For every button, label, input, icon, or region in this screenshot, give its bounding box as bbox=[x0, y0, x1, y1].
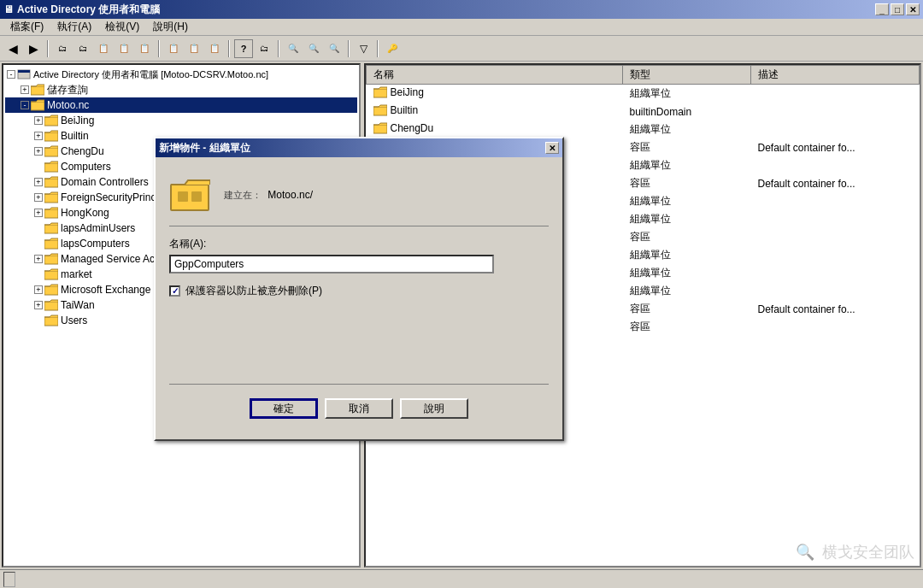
expand-store[interactable]: + bbox=[21, 85, 29, 94]
tree-item-motoo[interactable]: - Motoo.nc bbox=[5, 97, 357, 113]
cell-name: ChengDu bbox=[367, 121, 623, 138]
svg-rect-5 bbox=[44, 132, 58, 141]
dialog-help-button[interactable]: 說明 bbox=[400, 398, 468, 419]
expand-msexchange[interactable]: + bbox=[34, 285, 43, 294]
expand-dc[interactable]: + bbox=[34, 178, 43, 186]
maximize-button[interactable]: □ bbox=[891, 3, 904, 15]
table-row[interactable]: BuiltinbuiltinDomain bbox=[367, 103, 920, 121]
cell-desc bbox=[751, 210, 920, 228]
toolbar-sep-3 bbox=[228, 40, 230, 57]
protect-checkbox-label[interactable]: 保護容器以防止被意外刪除(P) bbox=[185, 284, 322, 298]
col-name[interactable]: 名稱 bbox=[367, 66, 623, 85]
tree-label-beijing: BeiJing bbox=[61, 115, 94, 126]
cell-type: 組織單位 bbox=[623, 264, 751, 282]
svg-rect-8 bbox=[44, 179, 58, 187]
dialog-cancel-button[interactable]: 取消 bbox=[325, 398, 393, 419]
cell-desc bbox=[751, 264, 920, 282]
expand-root[interactable]: - bbox=[7, 70, 15, 79]
key-button[interactable]: 🔑 bbox=[383, 39, 402, 58]
svg-rect-4 bbox=[44, 117, 58, 126]
tree-label-builtin: Builtin bbox=[61, 130, 89, 142]
menu-file[interactable]: 檔案(F) bbox=[3, 18, 50, 36]
help-toolbar-btn[interactable]: ? bbox=[234, 39, 253, 58]
tree-item-root[interactable]: - Active Directory 使用者和電腦 [Motoo-DCSRV.M… bbox=[5, 67, 357, 82]
cell-desc bbox=[751, 228, 920, 246]
tree-icon-lapsadmin bbox=[44, 221, 58, 235]
expand-hongkong[interactable]: + bbox=[34, 209, 43, 217]
expand-motoo[interactable]: - bbox=[21, 101, 29, 109]
dialog-name-input[interactable] bbox=[169, 255, 494, 273]
dialog-field-label: 名稱(A): bbox=[169, 237, 549, 251]
toolbar-btn-12[interactable]: 🗂 bbox=[255, 39, 273, 58]
toolbar-btn-9[interactable]: 📋 bbox=[185, 39, 203, 58]
watermark: 🔍 横戈安全团队 bbox=[796, 542, 914, 562]
tree-label-market: market bbox=[61, 268, 92, 280]
cell-type: 容區 bbox=[623, 138, 751, 156]
expand-beijing[interactable]: + bbox=[34, 116, 43, 125]
back-button[interactable]: ◀ bbox=[3, 39, 22, 58]
dialog-location: 建立在： Motoo.nc/ bbox=[224, 189, 313, 202]
expand-chengdu[interactable]: + bbox=[34, 147, 43, 156]
toolbar-btn-10[interactable]: 📋 bbox=[205, 39, 224, 58]
minimize-button[interactable]: _ bbox=[875, 3, 889, 15]
tree-icon-chengdu bbox=[44, 144, 58, 158]
cell-type: builtinDomain bbox=[623, 103, 751, 121]
tree-icon-market bbox=[44, 268, 58, 281]
cell-type: 容區 bbox=[623, 174, 751, 192]
col-desc[interactable]: 描述 bbox=[751, 66, 920, 85]
close-button[interactable]: ✕ bbox=[906, 3, 920, 15]
toolbar-btn-6[interactable]: 📋 bbox=[115, 39, 133, 58]
tree-icon-users bbox=[44, 314, 58, 327]
cell-desc bbox=[751, 85, 920, 103]
cell-desc bbox=[751, 192, 920, 210]
expand-builtin[interactable]: + bbox=[34, 132, 43, 140]
no-expand-computers bbox=[34, 162, 43, 171]
dialog-content: 建立在： Motoo.nc/ 名稱(A): ✓ 保護容器以防止被意外刪除(P) … bbox=[156, 157, 562, 439]
cell-desc bbox=[751, 121, 920, 138]
table-row[interactable]: BeiJing組織單位 bbox=[367, 85, 920, 103]
menu-view[interactable]: 檢視(V) bbox=[98, 18, 146, 36]
menu-help[interactable]: 說明(H) bbox=[146, 18, 195, 36]
toolbar-btn-3[interactable]: 🗂 bbox=[53, 39, 72, 58]
menu-action[interactable]: 執行(A) bbox=[50, 18, 98, 36]
dialog-buttons: 確定 取消 說明 bbox=[169, 384, 549, 429]
toolbar-btn-4[interactable]: 🗂 bbox=[73, 39, 92, 58]
title-bar-text: Active Directory 使用者和電腦 bbox=[17, 3, 160, 17]
tree-item-store[interactable]: + 儲存查詢 bbox=[5, 82, 357, 97]
cell-desc: Default container fo... bbox=[751, 300, 920, 318]
status-bar bbox=[0, 569, 923, 588]
toolbar-btn-8[interactable]: 📋 bbox=[164, 39, 183, 58]
svg-rect-33 bbox=[178, 191, 188, 202]
toolbar-btn-14[interactable]: 🔍 bbox=[304, 39, 323, 58]
toolbar-btn-15[interactable]: 🔍 bbox=[325, 39, 344, 58]
tree-icon-store bbox=[31, 83, 44, 97]
dialog-title-bar: 新增物件 - 組織單位 ✕ bbox=[156, 138, 562, 157]
toolbar-btn-7[interactable]: 📋 bbox=[135, 39, 154, 58]
expand-taiwan[interactable]: + bbox=[34, 301, 43, 309]
forward-button[interactable]: ▶ bbox=[24, 39, 43, 58]
dialog-ok-button[interactable]: 確定 bbox=[250, 398, 318, 419]
dialog-folder-icon bbox=[169, 174, 210, 215]
toolbar-btn-13[interactable]: 🔍 bbox=[284, 39, 303, 58]
cell-name: BeiJing bbox=[367, 85, 623, 103]
tree-label-hongkong: HongKong bbox=[61, 207, 109, 219]
dialog-checkbox-row: ✓ 保護容器以防止被意外刪除(P) bbox=[169, 284, 549, 298]
toolbar-btn-5[interactable]: 📋 bbox=[94, 39, 113, 58]
table-row[interactable]: ChengDu組織單位 bbox=[367, 121, 920, 138]
dialog-close-button[interactable]: ✕ bbox=[545, 142, 559, 154]
cell-desc bbox=[751, 318, 920, 336]
expand-managed[interactable]: + bbox=[34, 255, 43, 263]
watermark-icon: 🔍 bbox=[796, 544, 814, 561]
svg-rect-6 bbox=[44, 148, 58, 156]
tree-item-beijing[interactable]: + BeiJing bbox=[5, 113, 357, 128]
svg-rect-11 bbox=[44, 225, 58, 233]
svg-rect-2 bbox=[31, 86, 44, 95]
col-type[interactable]: 類型 bbox=[623, 66, 751, 85]
cell-desc bbox=[751, 103, 920, 121]
checkbox-check: ✓ bbox=[172, 286, 179, 296]
filter-button[interactable]: ▽ bbox=[354, 39, 373, 58]
svg-rect-32 bbox=[171, 185, 209, 210]
expand-foreign[interactable]: + bbox=[34, 193, 43, 202]
no-expand-market bbox=[34, 270, 43, 279]
protect-checkbox[interactable]: ✓ bbox=[169, 285, 180, 297]
